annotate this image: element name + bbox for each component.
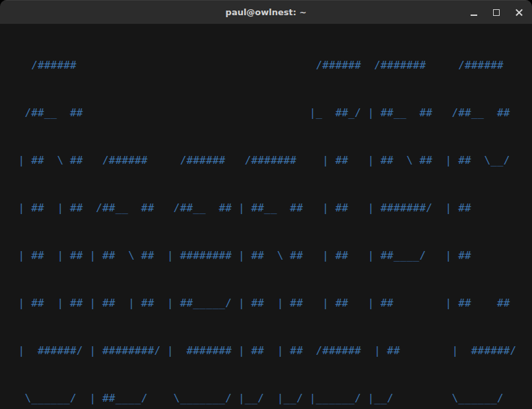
ascii-art-line: | ## \ ## /###### /###### /####### | ## … <box>5 153 532 168</box>
minimize-icon <box>471 15 477 16</box>
ascii-art-line: | ######/ | ########/ | ####### | ## | #… <box>5 343 532 359</box>
titlebar[interactable]: paul@owlnest: ~ <box>0 0 532 24</box>
ascii-art-line: /###### /###### /####### /###### <box>5 57 532 73</box>
ascii-art-line: /##__ ## |_ ##_/ | ##__ ## /##__ ## <box>5 105 532 121</box>
terminal-window: paul@owlnest: ~ /###### /###### /#######… <box>0 0 532 409</box>
ascii-art-line: \______/ | ##____/ \_______/ |__/ |__/ |… <box>5 390 532 406</box>
maximize-icon <box>493 9 500 16</box>
ascii-art-line: | ## | ## /##__ ## /##__ ## | ##__ ## | … <box>5 200 532 216</box>
close-icon <box>515 8 523 17</box>
terminal-screen[interactable]: /###### /###### /####### /###### /##__ #… <box>0 24 532 409</box>
window-title: paul@owlnest: ~ <box>226 7 307 17</box>
ascii-art-line: | ## | ## | ## | ## | ##_____/ | ## | ##… <box>5 295 532 311</box>
minimize-button[interactable] <box>467 6 481 19</box>
window-controls <box>467 0 525 24</box>
maximize-button[interactable] <box>490 6 503 19</box>
ascii-art-line: | ## | ## | ## \ ## | ######## | ## \ ##… <box>5 248 532 264</box>
close-button[interactable] <box>512 6 525 19</box>
